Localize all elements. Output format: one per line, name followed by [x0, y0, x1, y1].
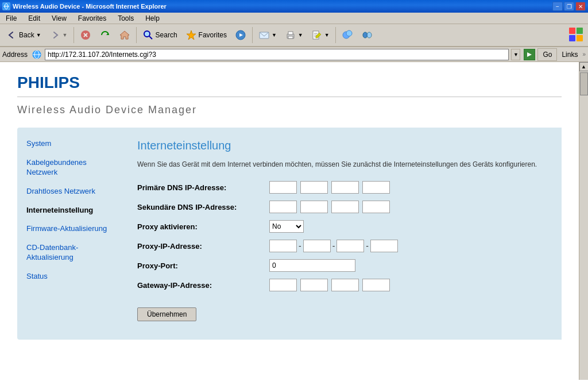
- proxy-port-fields: [269, 259, 355, 272]
- forward-button[interactable]: ▼: [46, 25, 71, 45]
- secondary-dns-field-1[interactable]: [269, 201, 297, 213]
- address-input[interactable]: [45, 49, 509, 60]
- gateway-ip-field-2[interactable]: [300, 279, 328, 291]
- proxy-ip-row: Proxy-IP-Adresse: - - -: [137, 240, 548, 252]
- secondary-dns-fields: [269, 201, 390, 213]
- links-button[interactable]: Links: [559, 49, 580, 60]
- home-icon: [119, 29, 130, 41]
- mail-dropdown-icon[interactable]: ▼: [272, 32, 277, 38]
- restore-button[interactable]: ❐: [564, 2, 574, 11]
- media-button[interactable]: [231, 25, 250, 45]
- proxy-enable-select[interactable]: No Yes: [269, 220, 304, 233]
- secondary-dns-field-3[interactable]: [331, 201, 359, 213]
- menu-favorites[interactable]: Favorites: [75, 13, 110, 24]
- address-dropdown-arrow[interactable]: ▼: [511, 49, 520, 60]
- minimize-button[interactable]: −: [552, 2, 563, 11]
- svg-marker-33: [527, 52, 532, 57]
- secondary-dns-field-4[interactable]: [362, 201, 390, 213]
- main-panel: Interneteinstellung Wenn Sie das Gerät m…: [123, 128, 562, 340]
- philips-logo: PHILIPS: [17, 74, 562, 92]
- messenger-icon: [361, 29, 373, 41]
- svg-rect-15: [288, 32, 293, 34]
- go-button[interactable]: Go: [537, 48, 557, 61]
- back-button[interactable]: Back ▼: [2, 25, 45, 45]
- windows-logo: [568, 27, 583, 44]
- mail-button[interactable]: ▼: [255, 25, 280, 45]
- secondary-dns-label: Sekundäre DNS IP-Adresse:: [137, 203, 269, 211]
- svg-point-23: [346, 30, 352, 36]
- favorites-icon: [185, 29, 197, 41]
- svg-rect-29: [577, 35, 583, 41]
- gateway-ip-field-4[interactable]: [362, 279, 390, 291]
- edit-icon: [311, 29, 323, 41]
- messenger-button[interactable]: [358, 25, 376, 45]
- submit-button[interactable]: Übernehmen: [137, 307, 196, 321]
- go-arrow-icon[interactable]: [524, 49, 535, 60]
- toolbar-sep-1: [74, 27, 74, 43]
- close-button[interactable]: ✕: [575, 2, 586, 11]
- title-bar-left: Wireless Audio Device - Microsoft Intern…: [2, 2, 167, 10]
- gateway-ip-fields: [269, 279, 390, 291]
- menu-help[interactable]: Help: [142, 13, 163, 24]
- home-button[interactable]: [115, 25, 134, 45]
- scrollbar: ▲: [579, 62, 588, 380]
- scroll-thumb[interactable]: [580, 72, 588, 95]
- section-title: Interneteinstellung: [137, 139, 548, 152]
- proxy-ip-sep-1: -: [298, 241, 302, 251]
- gateway-ip-label: Gateway-IP-Adresse:: [137, 281, 269, 290]
- primary-dns-row: Primäre DNS IP-Adresse:: [137, 181, 548, 194]
- sidebar-item-firmware[interactable]: Firmware-Aktualisierung: [26, 224, 114, 234]
- proxy-port-input[interactable]: [269, 259, 355, 272]
- edit-dropdown-icon[interactable]: ▼: [324, 32, 330, 38]
- proxy-ip-field-2[interactable]: [303, 240, 331, 252]
- proxy-enable-label: Proxy aktivieren:: [137, 222, 269, 231]
- sidebar-item-cd-datenbank[interactable]: CD-Datenbank-Aktualisierung: [26, 243, 114, 263]
- proxy-ip-fields: - - -: [269, 240, 398, 252]
- print-dropdown-icon[interactable]: ▼: [298, 32, 303, 38]
- stop-icon: [80, 29, 91, 41]
- scroll-up-button[interactable]: ▲: [579, 62, 589, 71]
- proxy-enable-fields: No Yes: [269, 220, 304, 233]
- page-scroll-container: PHILIPS Wireless Audio Device Manager Sy…: [0, 62, 588, 380]
- forward-icon: [49, 29, 61, 41]
- gateway-ip-field-3[interactable]: [331, 279, 359, 291]
- sidebar-item-status[interactable]: Status: [26, 272, 114, 282]
- stop-button[interactable]: [76, 25, 95, 45]
- menu-file[interactable]: File: [2, 13, 20, 24]
- sidebar-item-system[interactable]: System: [26, 139, 114, 149]
- forward-dropdown-icon[interactable]: ▼: [63, 32, 68, 38]
- proxy-port-row: Proxy-Port:: [137, 259, 548, 272]
- sidebar-item-drahtloses[interactable]: Drahtloses Netzwerk: [26, 187, 114, 197]
- toolbar-sep-2: [136, 27, 137, 43]
- links-expand-icon[interactable]: »: [582, 51, 586, 57]
- two-col-layout: System Kabelgebundenes Netzwerk Drahtlos…: [17, 128, 562, 340]
- proxy-ip-label: Proxy-IP-Adresse:: [137, 242, 269, 251]
- menu-edit[interactable]: Edit: [25, 13, 44, 24]
- menu-tools[interactable]: Tools: [114, 13, 137, 24]
- title-bar-text: Wireless Audio Device - Microsoft Intern…: [13, 3, 167, 10]
- primary-dns-field-3[interactable]: [331, 181, 359, 194]
- svg-rect-26: [569, 28, 575, 34]
- proxy-ip-field-4[interactable]: [370, 240, 398, 252]
- print-button[interactable]: ▼: [281, 25, 307, 45]
- sidebar-item-kabelgebundenes[interactable]: Kabelgebundenes Netzwerk: [26, 158, 114, 178]
- favorites-button[interactable]: Favorites: [182, 25, 230, 45]
- back-icon: [6, 29, 17, 41]
- discuss-button[interactable]: [338, 25, 357, 45]
- page-title: Wireless Audio Device Manager: [17, 104, 562, 116]
- proxy-ip-field-1[interactable]: [269, 240, 297, 252]
- search-icon: [142, 29, 154, 41]
- search-button[interactable]: Search: [139, 25, 181, 45]
- refresh-button[interactable]: [96, 25, 114, 45]
- primary-dns-field-2[interactable]: [300, 181, 328, 194]
- proxy-ip-field-3[interactable]: [336, 240, 364, 252]
- gateway-ip-field-1[interactable]: [269, 279, 297, 291]
- menu-view[interactable]: View: [48, 13, 70, 24]
- proxy-ip-sep-3: -: [365, 241, 369, 251]
- primary-dns-field-4[interactable]: [362, 181, 390, 194]
- secondary-dns-field-2[interactable]: [300, 201, 328, 213]
- svg-marker-10: [187, 30, 196, 40]
- edit-button[interactable]: ▼: [308, 25, 333, 45]
- primary-dns-field-1[interactable]: [269, 181, 297, 194]
- back-dropdown-icon[interactable]: ▼: [36, 32, 41, 38]
